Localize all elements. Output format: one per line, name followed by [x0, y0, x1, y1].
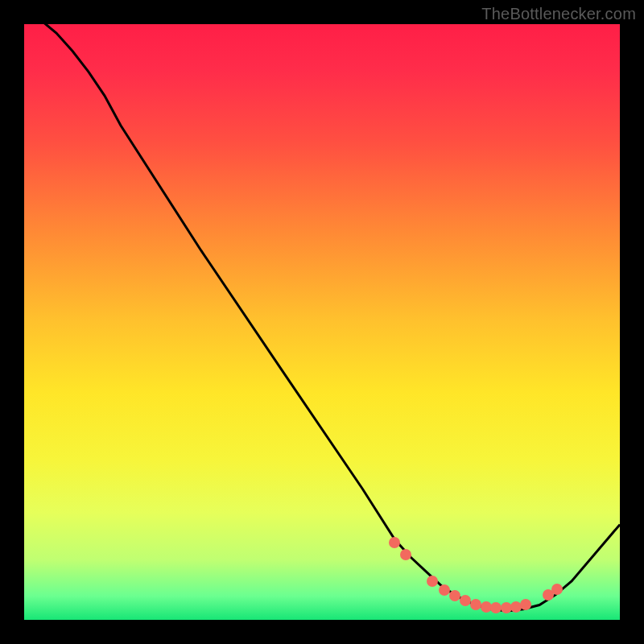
marker-layer [24, 24, 620, 620]
attribution-label: TheBottlenecker.com [481, 5, 636, 23]
curve-marker [400, 549, 411, 560]
plot-area [24, 24, 620, 620]
chart-stage: TheBottlenecker.com [0, 0, 644, 644]
curve-marker [551, 584, 563, 595]
curve-marker [389, 537, 400, 548]
curve-marker [460, 595, 471, 606]
curve-marker [520, 599, 531, 610]
curve-marker [449, 590, 460, 601]
curve-marker [470, 599, 481, 610]
curve-marker [439, 584, 450, 596]
curve-marker [490, 602, 502, 613]
curve-marker [427, 576, 438, 587]
